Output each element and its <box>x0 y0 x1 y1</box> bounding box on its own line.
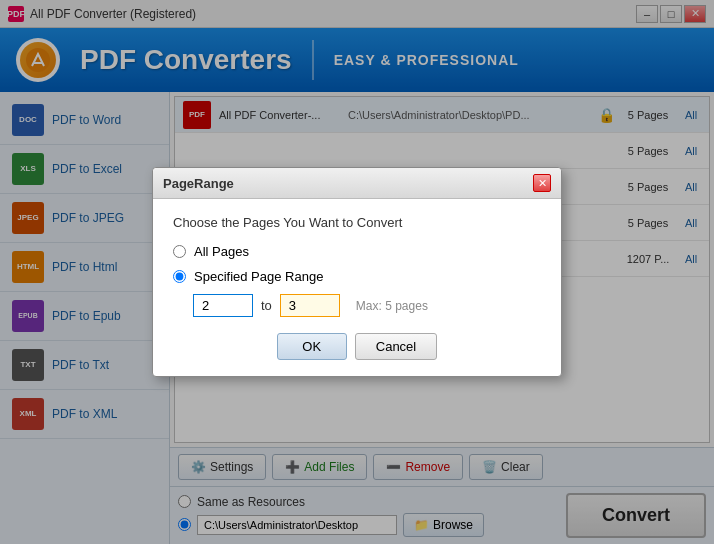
modal-title-bar: PageRange ✕ <box>153 168 561 199</box>
specified-range-label: Specified Page Range <box>194 269 323 284</box>
page-range-inputs: to Max: 5 pages <box>193 294 541 317</box>
all-pages-radio[interactable] <box>173 245 186 258</box>
cancel-button[interactable]: Cancel <box>355 333 437 360</box>
cancel-label: Cancel <box>376 339 416 354</box>
specified-range-row: Specified Page Range <box>173 269 541 284</box>
range-separator: to <box>261 298 272 313</box>
page-range-dialog: PageRange ✕ Choose the Pages You Want to… <box>152 167 562 377</box>
page-from-input[interactable] <box>193 294 253 317</box>
ok-label: OK <box>302 339 321 354</box>
modal-title: PageRange <box>163 176 234 191</box>
modal-body: Choose the Pages You Want to Convert All… <box>153 199 561 376</box>
specified-range-radio[interactable] <box>173 270 186 283</box>
modal-close-button[interactable]: ✕ <box>533 174 551 192</box>
ok-button[interactable]: OK <box>277 333 347 360</box>
modal-buttons: OK Cancel <box>173 333 541 360</box>
all-pages-label: All Pages <box>194 244 249 259</box>
max-pages-label: Max: 5 pages <box>356 299 428 313</box>
modal-question: Choose the Pages You Want to Convert <box>173 215 541 230</box>
page-to-input[interactable] <box>280 294 340 317</box>
modal-overlay: PageRange ✕ Choose the Pages You Want to… <box>0 0 714 544</box>
all-pages-row: All Pages <box>173 244 541 259</box>
